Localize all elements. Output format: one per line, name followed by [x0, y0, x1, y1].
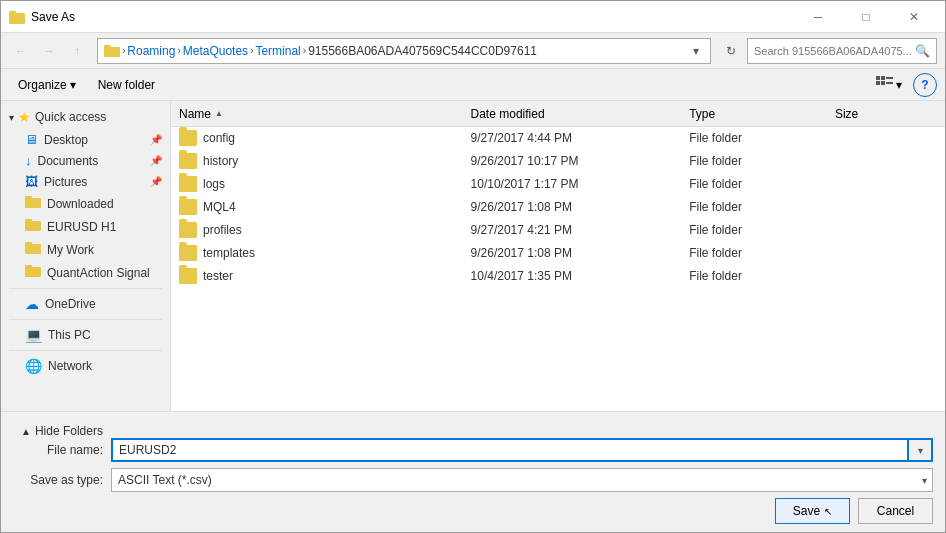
file-name: tester — [203, 269, 233, 283]
file-name: templates — [203, 246, 255, 260]
table-row[interactable]: profiles 9/27/2017 4:21 PM File folder — [171, 219, 945, 242]
table-row[interactable]: MQL4 9/26/2017 1:08 PM File folder — [171, 196, 945, 219]
quick-access-star-icon: ★ — [18, 109, 31, 125]
table-row[interactable]: history 9/26/2017 10:17 PM File folder — [171, 150, 945, 173]
hide-folders-row[interactable]: ▲ Hide Folders — [13, 420, 933, 438]
main-content: ▾ ★ Quick access 🖥 Desktop 📌 ↓ Documents… — [1, 101, 945, 411]
sidebar-item-onedrive[interactable]: ☁ OneDrive — [1, 293, 170, 315]
breadcrumb: › Roaming › MetaQuotes › Terminal › 9155… — [104, 44, 684, 58]
sidebar-documents-label: Documents — [38, 154, 145, 168]
title-bar: Save As ─ □ ✕ — [1, 1, 945, 33]
file-list: Name ▲ Date modified Type Size config — [171, 101, 945, 411]
bottom-buttons: Save ↖ Cancel — [13, 498, 933, 524]
column-size[interactable]: Size — [835, 107, 937, 121]
sidebar-item-downloaded[interactable]: Downloaded — [1, 192, 170, 215]
forward-button[interactable]: → — [37, 39, 61, 63]
file-rows-container: config 9/27/2017 4:44 PM File folder his… — [171, 127, 945, 288]
file-date: 9/26/2017 1:08 PM — [471, 200, 690, 214]
sidebar: ▾ ★ Quick access 🖥 Desktop 📌 ↓ Documents… — [1, 101, 171, 411]
file-type: File folder — [689, 269, 835, 283]
organize-button[interactable]: Organize ▾ — [9, 73, 85, 97]
sidebar-item-documents[interactable]: ↓ Documents 📌 — [1, 150, 170, 171]
close-button[interactable]: ✕ — [891, 1, 937, 33]
new-folder-button[interactable]: New folder — [89, 73, 164, 97]
file-type: File folder — [689, 177, 835, 191]
breadcrumb-sep2: › — [177, 45, 180, 56]
table-row[interactable]: logs 10/10/2017 1:17 PM File folder — [171, 173, 945, 196]
cancel-button[interactable]: Cancel — [858, 498, 933, 524]
column-name[interactable]: Name ▲ — [179, 107, 471, 121]
breadcrumb-sep1: › — [122, 45, 125, 56]
maximize-button[interactable]: □ — [843, 1, 889, 33]
table-row[interactable]: config 9/27/2017 4:44 PM File folder — [171, 127, 945, 150]
sidebar-item-pictures[interactable]: 🖼 Pictures 📌 — [1, 171, 170, 192]
breadcrumb-terminal[interactable]: Terminal — [255, 44, 300, 58]
table-row[interactable]: templates 9/26/2017 1:08 PM File folder — [171, 242, 945, 265]
search-box: 🔍 — [747, 38, 937, 64]
minimize-button[interactable]: ─ — [795, 1, 841, 33]
svg-rect-17 — [25, 265, 32, 269]
breadcrumb-dropdown-button[interactable]: ▾ — [688, 44, 704, 58]
filename-row: File name: ▾ — [13, 438, 933, 462]
file-type: File folder — [689, 131, 835, 145]
svg-rect-13 — [25, 219, 32, 223]
saveas-row: Save as type: ASCII Text (*.csv) ▾ — [13, 468, 933, 492]
sidebar-section-quick-access[interactable]: ▾ ★ Quick access — [1, 105, 170, 129]
sidebar-pictures-label: Pictures — [44, 175, 144, 189]
folder-icon — [179, 199, 197, 215]
quick-access-collapse-icon: ▾ — [9, 112, 14, 123]
saveas-select[interactable]: ASCII Text (*.csv) — [111, 468, 933, 492]
onedrive-icon: ☁ — [25, 296, 39, 312]
folder-icon — [179, 153, 197, 169]
pictures-icon: 🖼 — [25, 174, 38, 189]
sidebar-item-thispc[interactable]: 💻 This PC — [1, 324, 170, 346]
back-button[interactable]: ← — [9, 39, 33, 63]
svg-rect-5 — [881, 76, 885, 80]
folder-icon — [179, 176, 197, 192]
file-date: 10/4/2017 1:35 PM — [471, 269, 690, 283]
file-name: history — [203, 154, 238, 168]
filename-input[interactable] — [111, 438, 909, 462]
breadcrumb-roaming[interactable]: Roaming — [127, 44, 175, 58]
save-button[interactable]: Save ↖ — [775, 498, 850, 524]
help-button[interactable]: ? — [913, 73, 937, 97]
file-name: MQL4 — [203, 200, 236, 214]
sidebar-item-mywork[interactable]: My Work — [1, 238, 170, 261]
file-date: 9/27/2017 4:21 PM — [471, 223, 690, 237]
search-icon: 🔍 — [915, 44, 930, 58]
quantaction-folder-icon — [25, 264, 41, 281]
file-type: File folder — [689, 200, 835, 214]
file-name: profiles — [203, 223, 242, 237]
documents-icon: ↓ — [25, 153, 32, 168]
file-name: logs — [203, 177, 225, 191]
title-bar-left: Save As — [9, 9, 75, 25]
table-row[interactable]: tester 10/4/2017 1:35 PM File folder — [171, 265, 945, 288]
sidebar-item-quantaction[interactable]: QuantAction Signal — [1, 261, 170, 284]
refresh-button[interactable]: ↻ — [719, 38, 743, 64]
breadcrumb-metaquotes[interactable]: MetaQuotes — [183, 44, 248, 58]
sidebar-item-network[interactable]: 🌐 Network — [1, 355, 170, 377]
hide-folders-arrow-icon: ▲ — [21, 426, 31, 437]
saveas-label: Save as type: — [13, 473, 103, 487]
svg-rect-7 — [881, 81, 885, 85]
column-type[interactable]: Type — [689, 107, 835, 121]
view-dropdown-icon: ▾ — [896, 78, 902, 92]
column-date[interactable]: Date modified — [471, 107, 690, 121]
file-type: File folder — [689, 246, 835, 260]
up-button[interactable]: ↑ — [65, 39, 89, 63]
file-name-cell: templates — [179, 245, 471, 261]
folder-icon — [179, 245, 197, 261]
file-name-cell: MQL4 — [179, 199, 471, 215]
view-button[interactable]: ▾ — [869, 73, 909, 97]
svg-rect-8 — [886, 77, 893, 79]
sidebar-item-desktop[interactable]: 🖥 Desktop 📌 — [1, 129, 170, 150]
sidebar-item-eurusd[interactable]: EURUSD H1 — [1, 215, 170, 238]
sidebar-desktop-label: Desktop — [44, 133, 144, 147]
filename-dropdown-button[interactable]: ▾ — [909, 438, 933, 462]
save-cursor-icon: ↖ — [824, 506, 832, 517]
search-input[interactable] — [754, 45, 911, 57]
sidebar-mywork-label: My Work — [47, 243, 162, 257]
downloaded-folder-icon — [25, 195, 41, 212]
svg-rect-4 — [876, 76, 880, 80]
file-date: 9/26/2017 1:08 PM — [471, 246, 690, 260]
